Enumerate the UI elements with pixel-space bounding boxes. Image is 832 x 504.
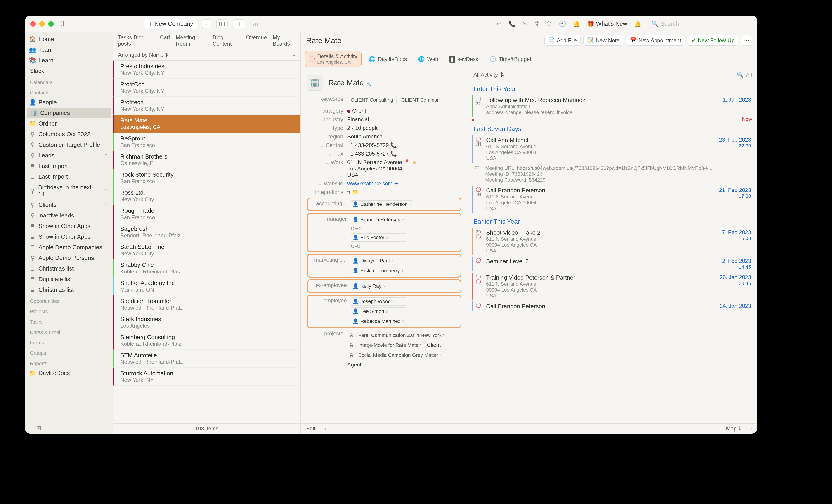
sidebar-item-xmas2[interactable]: ≣Christmas list — [25, 284, 113, 295]
sidebar-item-xmas1[interactable]: ≣Christmas list — [25, 263, 113, 274]
new-appointment-button[interactable]: 📅New Appointment — [626, 35, 685, 46]
view-table-icon[interactable] — [233, 20, 244, 28]
back-icon[interactable]: ‹ — [324, 425, 326, 432]
filter-icon[interactable]: ▿ — [293, 52, 295, 58]
sidebar-item-companies[interactable]: 🏢Companies — [27, 108, 111, 118]
sidebar-head-opportunities[interactable]: Opportunities — [25, 295, 113, 306]
folder-icon[interactable]: 📁 — [352, 189, 359, 195]
sidebar-item-birthdays[interactable]: ⚲Birthdays in the next 14...⌃ — [25, 182, 113, 200]
company-row[interactable]: ReSproutSan Francisco — [113, 133, 301, 151]
person-chip[interactable]: 👤 Catherine Henderson › — [349, 200, 414, 208]
forward-icon[interactable]: › — [750, 425, 752, 432]
sidebar-head-groups[interactable]: Groups — [25, 347, 113, 358]
sidebar-item-columbus[interactable]: ⚲Columbus Oct 2022 — [25, 129, 113, 140]
sidebar-head-tasks[interactable]: Tasks — [25, 316, 113, 326]
person-chip[interactable]: 👤 Rebecca Martinez › — [349, 317, 407, 326]
new-dropdown-icon[interactable]: ⌄ — [202, 20, 211, 28]
new-company-button[interactable]: + New Company — [144, 19, 198, 29]
sidebar-item-applecomp[interactable]: ≣Apple Demo Companies — [25, 242, 113, 253]
sidebar-item-people[interactable]: 👤People — [25, 97, 113, 108]
website-link[interactable]: www.example.com — [347, 180, 392, 187]
sidebar-item-learn[interactable]: 📚Learn — [25, 55, 113, 66]
activity-item[interactable]: Seminar Level 2 2. Feb 202314:45 — [472, 256, 753, 272]
sidebar-item-leads[interactable]: ⚲Leads⌃ — [25, 150, 113, 161]
slack-icon[interactable]: ⌗ — [347, 189, 350, 195]
phone-icon[interactable]: 📞 — [390, 142, 397, 148]
chevron-down-icon[interactable]: ⇅ — [500, 72, 504, 78]
company-row[interactable]: Rate MateLos Angeles, CA — [113, 115, 301, 133]
company-row[interactable]: Rough TradeSan Francisco — [113, 205, 301, 223]
phone-icon[interactable]: 📞 — [509, 20, 516, 27]
view-chart-icon[interactable] — [250, 20, 261, 28]
list-tab[interactable]: Blog Content — [212, 34, 240, 47]
phone-icon[interactable]: 📞 — [390, 150, 397, 157]
open-icon[interactable]: ➜ — [394, 180, 398, 187]
sidebar-head-projects[interactable]: Projects — [25, 306, 113, 316]
person-chip[interactable]: 👤 Joseph Wood › — [349, 298, 407, 306]
sidebar-head-reports[interactable]: Reports — [25, 358, 113, 368]
sidebar-head-calendars[interactable]: Calendars — [25, 76, 113, 87]
minimize-icon[interactable] — [40, 21, 45, 27]
activity-item[interactable]: JN Call Ana Mitchell611 N Serrano Avenue… — [472, 135, 753, 163]
sidebar-item-inactive[interactable]: ⚲inactive leads — [25, 210, 113, 221]
company-row[interactable]: Ross Ltd.New York City — [113, 187, 301, 205]
whats-new-button[interactable]: 🎁 What's New — [587, 20, 627, 27]
flask-icon[interactable]: ⚗ — [534, 20, 540, 27]
list-tab[interactable]: My Boards — [272, 34, 295, 47]
sidebar-head-notes[interactable]: Notes & Email — [25, 326, 113, 337]
sidebar-item-ctp[interactable]: ⚲Customer Target Profile — [25, 140, 113, 150]
company-row[interactable]: Stark IndustriesLos Angeles — [113, 313, 301, 332]
person-chip[interactable]: 👤 Brandon Peterson › — [349, 216, 407, 224]
activity-item[interactable]: 22 Follow up with Mrs. Rebecca MartinezA… — [472, 95, 753, 117]
undo-icon[interactable]: ↩ — [497, 20, 502, 27]
chevron-down-icon[interactable]: ⇅ — [736, 425, 741, 432]
sidebar-toggle-icon[interactable] — [61, 21, 68, 27]
sidebar-settings-icon[interactable]: ⊞ — [36, 424, 42, 432]
tab-details[interactable]: ⓘ Details & ActivityLos Angeles, CA — [305, 51, 362, 67]
close-icon[interactable] — [30, 21, 36, 27]
company-row[interactable]: Shabby ChicKoblenz, Rheinland-Pfalz — [113, 259, 301, 277]
search-icon[interactable]: 🔍 — [367, 82, 371, 86]
person-chip[interactable]: 👤 Erskin Thornberry › — [349, 267, 406, 275]
add-list-icon[interactable]: + — [28, 424, 32, 432]
sidebar-item-applepers[interactable]: ⚲Apple Demo Persons — [25, 253, 113, 263]
tab-timebudget[interactable]: 🕐Time&Budget — [486, 51, 536, 67]
arranged-header[interactable]: Arranged by Name ⇅ ▿ — [113, 50, 301, 60]
zoom-icon[interactable] — [48, 21, 54, 27]
list-tab[interactable]: Overdue — [246, 34, 267, 47]
tab-web[interactable]: 🌐Web — [414, 51, 442, 67]
search-input[interactable]: 🔍 Search — [648, 19, 752, 29]
new-followup-button[interactable]: ✔New Follow-Up — [687, 35, 738, 46]
company-row[interactable]: Rock Stone SecuritySan Francisco — [113, 169, 301, 187]
company-row[interactable]: ProfitCogNew York City, NY — [113, 79, 301, 96]
bell-outline-icon[interactable]: 🔔 — [573, 20, 580, 27]
activity-filter-label[interactable]: All Activity — [473, 72, 498, 78]
star-icon[interactable]: ★ — [412, 159, 417, 165]
list-tab[interactable]: Meeting Room — [176, 34, 207, 47]
company-row[interactable]: Presto IndustriesNew York City, NY — [113, 60, 301, 79]
keyword-pill[interactable]: CLIENT Seminar — [398, 96, 442, 104]
sidebar-item-home[interactable]: 🏠Home — [25, 34, 113, 45]
phone-cut-icon[interactable]: ✂ — [522, 20, 527, 27]
person-chip[interactable]: 👤 Dwayne Paul › — [349, 257, 406, 265]
person-chip[interactable]: 👤 Eric Foster › — [349, 233, 407, 242]
project-chip[interactable]: ⎘ !! Social Media Campaign Grey Matter › — [347, 351, 444, 359]
checkbox-icon[interactable] — [476, 96, 480, 101]
view-card-icon[interactable] — [216, 20, 228, 28]
list-tab[interactable]: Carl — [160, 34, 170, 47]
project-chip[interactable]: ⎘ !! Fare: Communication 2.0 in New York… — [347, 331, 447, 339]
add-file-button[interactable]: 📄Add File — [544, 35, 580, 46]
company-row[interactable]: Spedition TrommlerNeuwied, Rheinland-Pfa… — [113, 296, 301, 313]
company-row[interactable]: STM AutoteileNeuwied, Rheinland-Pfalz — [113, 349, 301, 368]
sidebar-item-daylitedocs[interactable]: 📁DayliteDocs — [25, 368, 113, 379]
sidebar-head-contacts[interactable]: Contacts — [25, 87, 113, 97]
keyword-pill[interactable]: CLIENT Consulting — [347, 96, 396, 104]
search-icon[interactable]: 🔍 — [737, 72, 744, 78]
company-row[interactable]: Richman BrothersGainesville, FL — [113, 151, 301, 169]
notification-bell-icon[interactable]: 🔔 — [634, 20, 641, 27]
sidebar-item-ordner[interactable]: 📁Ordner — [25, 118, 113, 129]
project-chip[interactable]: ⎘ !! Image-Movie for Rate Mate › — [347, 341, 424, 349]
more-button[interactable]: ⋯ — [741, 35, 752, 46]
sidebar-item-dup[interactable]: ≣Duplicate list — [25, 274, 113, 284]
tab-daylitedocs[interactable]: 🌐DayliteDocs — [365, 51, 411, 67]
